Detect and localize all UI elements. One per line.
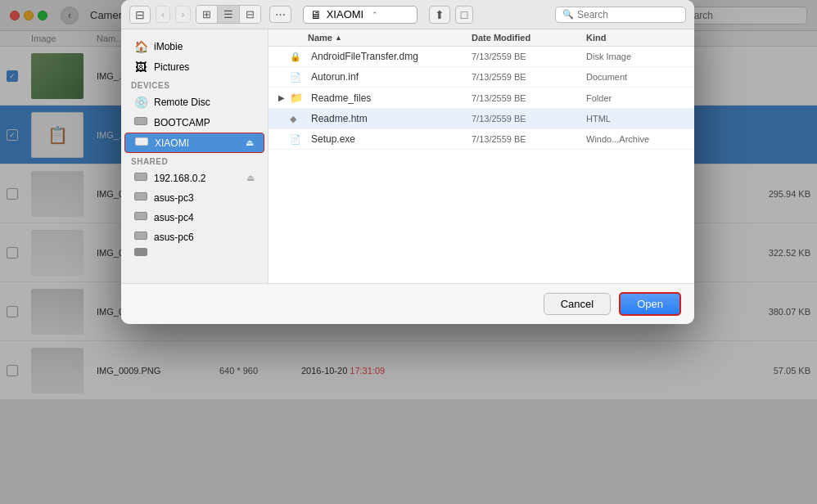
view-mode-buttons: ⊞ ☰ ⊟ — [196, 5, 261, 24]
sort-icon: ▲ — [335, 34, 342, 42]
sidebar-item-pictures[interactable]: 🖼 Pictures — [124, 57, 264, 77]
file-name: Setup.exe — [311, 133, 472, 145]
file-list-header: Name ▲ Date Modified Kind — [269, 29, 694, 47]
file-kind: Document — [586, 72, 684, 82]
dialog-file-list: Name ▲ Date Modified Kind 🔒 AndroidFileT… — [269, 29, 694, 283]
dialog-footer: Cancel Open — [121, 283, 694, 324]
sidebar-item-asus-pc4[interactable]: asus-pc4 — [124, 208, 264, 227]
kind-column-header[interactable]: Kind — [586, 33, 684, 43]
svg-rect-7 — [135, 193, 147, 200]
back-button[interactable]: ‹ — [156, 6, 170, 23]
file-row[interactable]: ◆ Readme.htm 7/13/2559 BE HTML — [269, 109, 694, 129]
file-date: 7/13/2559 BE — [472, 134, 586, 144]
html-icon: ◆ — [290, 114, 306, 124]
expand-arrow: ▶ — [278, 93, 288, 102]
file-open-dialog: ⊟ ‹ › ⊞ ☰ ⊟ ⋯ 🖥 XIAOMI ⌃ — [121, 0, 694, 324]
more-options-button[interactable]: ⋯ — [269, 6, 291, 23]
sidebar-item-other[interactable] — [124, 247, 264, 259]
preview-button[interactable]: □ — [455, 6, 473, 24]
folder-icon: 🖥 — [310, 8, 322, 21]
dialog-body: 🏠 iMobie 🖼 Pictures Devices 💿 Remote Dis… — [121, 29, 694, 283]
network-icon — [134, 231, 147, 243]
pictures-icon: 🖼 — [134, 61, 147, 74]
search-icon: 🔍 — [562, 9, 574, 20]
network-icon — [134, 211, 147, 223]
sidebar-item-asus-pc3[interactable]: asus-pc3 — [124, 188, 264, 207]
svg-rect-5 — [135, 173, 147, 180]
drive-icon — [135, 137, 148, 149]
app-container: ‹ Camera Roll (1 🔍 Image Nam... IMG_... — [0, 0, 817, 504]
disc-icon: 💿 — [134, 96, 147, 109]
file-date: 7/13/2559 BE — [472, 93, 586, 103]
svg-rect-12 — [134, 248, 147, 256]
folder-icon: 📁 — [290, 92, 306, 104]
open-button[interactable]: Open — [619, 292, 681, 316]
drive-icon — [134, 116, 147, 128]
share-button[interactable]: ⬆ — [429, 6, 450, 24]
network-icon — [134, 191, 147, 204]
file-date: 7/13/2559 BE — [472, 72, 586, 82]
column-view-button[interactable]: ⊟ — [240, 6, 260, 23]
devices-section-label: Devices — [121, 78, 268, 92]
sidebar-item-asus-pc6[interactable]: asus-pc6 — [124, 227, 264, 246]
eject-icon[interactable]: ⏏ — [246, 173, 255, 183]
file-kind: Windo...Archive — [586, 134, 684, 144]
file-date: 7/13/2559 BE — [472, 52, 586, 61]
network-icon — [134, 172, 147, 184]
location-text: XIAOMI — [327, 8, 364, 20]
file-kind: Disk Image — [586, 52, 684, 61]
toggle-sidebar-button[interactable]: ⊟ — [129, 6, 151, 24]
eject-icon[interactable]: ⏏ — [246, 137, 254, 148]
svg-rect-9 — [135, 213, 147, 219]
file-name: Autorun.inf — [311, 71, 472, 83]
svg-rect-3 — [136, 138, 147, 145]
forward-button[interactable]: › — [175, 6, 190, 23]
file-name: AndroidFileTransfer.dmg — [311, 51, 472, 62]
dialog-overlay: ⊟ ‹ › ⊞ ☰ ⊟ ⋯ 🖥 XIAOMI ⌃ — [0, 0, 817, 504]
sidebar-item-imobie[interactable]: 🏠 iMobie — [124, 37, 264, 56]
shared-section-label: Shared — [121, 154, 268, 168]
sidebar-item-192[interactable]: 192.168.0.2 ⏏ — [124, 169, 264, 187]
list-view-button[interactable]: ☰ — [218, 6, 240, 23]
file-name: Readme.htm — [311, 113, 472, 124]
icon-view-button[interactable]: ⊞ — [196, 6, 218, 23]
file-kind: HTML — [586, 114, 684, 124]
sidebar-item-xiaomi[interactable]: XIAOMI ⏏ — [124, 133, 264, 153]
sidebar-item-bootcamp[interactable]: BOOTCAMP — [124, 113, 264, 132]
name-column-header[interactable]: Name ▲ — [308, 33, 472, 43]
dialog-search-input[interactable] — [577, 9, 679, 20]
document-icon: 📄 — [290, 72, 306, 83]
file-date: 7/13/2559 BE — [472, 114, 586, 124]
file-name: Readme_files — [311, 92, 472, 104]
file-row[interactable]: 📄 Setup.exe 7/13/2559 BE Windo...Archive — [269, 129, 694, 150]
chevron-down-icon: ⌃ — [372, 11, 378, 19]
lock-icon: 🔒 — [290, 52, 306, 62]
svg-rect-1 — [135, 118, 147, 124]
dialog-toolbar: ⊟ ‹ › ⊞ ☰ ⊟ ⋯ 🖥 XIAOMI ⌃ — [121, 0, 694, 29]
dialog-sidebar: 🏠 iMobie 🖼 Pictures Devices 💿 Remote Dis… — [121, 29, 269, 283]
home-icon: 🏠 — [134, 40, 147, 53]
network-icon — [134, 247, 147, 259]
file-row[interactable]: ▶ 📁 Readme_files 7/13/2559 BE Folder — [269, 88, 694, 109]
exe-icon: 📄 — [290, 134, 306, 145]
file-kind: Folder — [586, 93, 684, 103]
location-picker[interactable]: 🖥 XIAOMI ⌃ — [303, 6, 418, 24]
sidebar-item-remote-disc[interactable]: 💿 Remote Disc — [124, 92, 264, 112]
date-column-header[interactable]: Date Modified — [472, 33, 586, 43]
svg-rect-11 — [135, 232, 147, 239]
file-row[interactable]: 📄 Autorun.inf 7/13/2559 BE Document — [269, 67, 694, 88]
cancel-button[interactable]: Cancel — [544, 293, 611, 315]
file-row[interactable]: 🔒 AndroidFileTransfer.dmg 7/13/2559 BE D… — [269, 47, 694, 67]
dialog-search-bar[interactable]: 🔍 — [555, 7, 686, 23]
